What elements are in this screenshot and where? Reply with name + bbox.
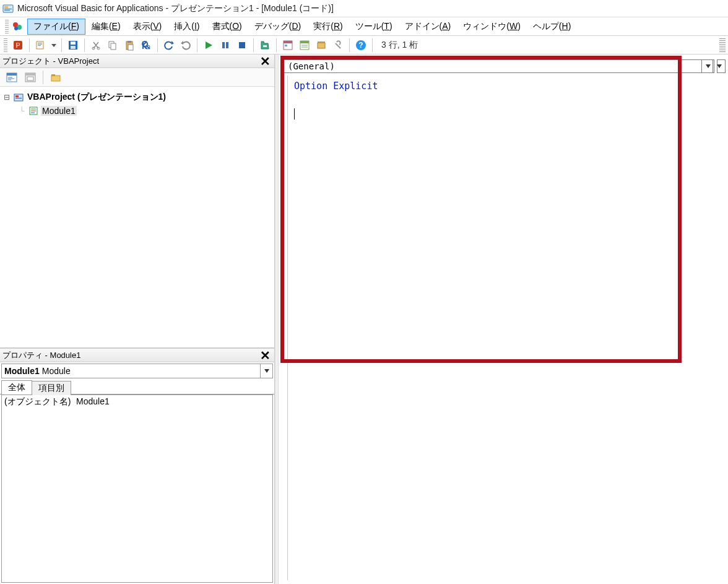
svg-rect-31: [226, 42, 228, 48]
view-object-button[interactable]: [22, 71, 38, 84]
redo-button[interactable]: [178, 38, 193, 53]
object-combo-value: (General): [288, 61, 335, 71]
properties-grid[interactable]: (オブジェクト名) Module1: [1, 394, 273, 583]
cursor-position-label: 3 行, 1 桁: [376, 40, 423, 51]
toolbar-overflow[interactable]: [719, 38, 726, 52]
view-code-button[interactable]: [4, 71, 20, 84]
svg-marker-63: [264, 369, 269, 373]
tree-project-root[interactable]: ⊟ VBAProject (プレゼンテーション1): [2, 90, 272, 104]
project-tree[interactable]: ⊟ VBAProject (プレゼンテーション1) └ Module1: [0, 87, 274, 347]
project-explorer-header: プロジェクト - VBAProject ✕: [0, 54, 274, 68]
menu-window[interactable]: ウィンドウ(W): [457, 19, 527, 35]
window-title: Microsoft Visual Basic for Applications …: [17, 3, 334, 14]
svg-rect-52: [25, 73, 35, 76]
tab-alphabetic[interactable]: 全体: [1, 380, 32, 394]
menu-view[interactable]: 表示(V): [127, 19, 168, 35]
save-button[interactable]: [66, 38, 80, 53]
combo-object-name: Module1: [4, 366, 40, 376]
code-line-1: Option Explicit: [294, 81, 378, 92]
svg-rect-12: [38, 45, 41, 46]
properties-object-combo[interactable]: Module1 Module: [1, 364, 273, 378]
project-explorer-button[interactable]: [280, 38, 295, 53]
svg-rect-32: [239, 42, 245, 48]
code-combo-row: (General): [284, 59, 726, 73]
object-combo[interactable]: (General): [284, 59, 714, 73]
view-powerpoint-button[interactable]: P: [11, 38, 25, 53]
property-name-cell: (オブジェクト名): [2, 395, 74, 409]
code-editor[interactable]: Option Explicit: [287, 76, 724, 580]
project-icon: [13, 92, 24, 103]
properties-title: プロパティ - Module1: [2, 350, 80, 361]
menu-debug[interactable]: デバッグ(D): [248, 19, 307, 35]
property-row[interactable]: (オブジェクト名) Module1: [2, 395, 272, 409]
undo-button[interactable]: [162, 38, 176, 53]
menu-help[interactable]: ヘルプ(H): [527, 19, 577, 35]
toggle-folders-button[interactable]: [48, 71, 64, 84]
toolbar-grip[interactable]: [4, 38, 7, 52]
tree-branch-icon: └: [17, 107, 26, 115]
combo-object-type: Module: [42, 366, 71, 376]
properties-close-button[interactable]: ✕: [258, 349, 272, 362]
svg-rect-37: [285, 45, 287, 46]
project-explorer-pane: プロジェクト - VBAProject ✕ ⊟ VBAProject (プレゼン…: [0, 54, 274, 349]
menubar-grip[interactable]: [5, 20, 9, 33]
tree-module-row[interactable]: └ Module1: [2, 104, 272, 118]
property-value-cell[interactable]: Module1: [74, 395, 272, 409]
toolbox-button[interactable]: [331, 38, 345, 53]
object-browser-button[interactable]: [314, 38, 329, 53]
svg-rect-57: [15, 95, 19, 97]
module-icon: [28, 105, 39, 116]
menu-insert[interactable]: 挿入(I): [168, 19, 206, 35]
find-button[interactable]: [139, 38, 154, 53]
svg-rect-36: [284, 41, 292, 43]
tree-collapse-icon[interactable]: ⊟: [2, 93, 11, 102]
chevron-down-icon[interactable]: [260, 364, 272, 378]
menu-run[interactable]: 実行(R): [307, 19, 349, 35]
cut-button[interactable]: [89, 38, 103, 53]
insert-module-button[interactable]: [33, 38, 48, 53]
copy-button[interactable]: [105, 38, 120, 53]
svg-marker-64: [706, 64, 711, 68]
svg-marker-27: [171, 41, 174, 45]
project-explorer-close-button[interactable]: ✕: [258, 54, 272, 68]
tree-module-label: Module1: [41, 106, 77, 116]
design-mode-button[interactable]: [258, 38, 272, 53]
svg-rect-2: [4, 9, 12, 9]
svg-rect-3: [4, 10, 10, 11]
help-button[interactable]: ?: [353, 38, 368, 53]
menu-format[interactable]: 書式(O): [206, 19, 248, 35]
project-explorer-title: プロジェクト - VBAProject: [2, 56, 99, 67]
project-explorer-toolbar: [0, 68, 274, 87]
run-button[interactable]: [201, 38, 216, 53]
properties-header: プロパティ - Module1 ✕: [0, 349, 274, 362]
vba-menu-icon: [11, 20, 24, 33]
svg-rect-11: [38, 44, 42, 45]
properties-window-button[interactable]: [297, 38, 312, 53]
svg-rect-30: [222, 42, 225, 48]
svg-marker-28: [181, 41, 183, 45]
menu-addins[interactable]: アドイン(A): [399, 19, 457, 35]
insert-dropdown[interactable]: [50, 43, 58, 48]
menu-file[interactable]: ファイル(F): [27, 19, 85, 35]
svg-rect-47: [7, 73, 17, 76]
reset-button[interactable]: [235, 38, 249, 53]
properties-pane: プロパティ - Module1 ✕ Module1 Module 全体 項目別 …: [0, 349, 274, 584]
break-button[interactable]: [218, 38, 233, 53]
svg-rect-53: [27, 77, 33, 81]
svg-marker-13: [51, 44, 56, 47]
svg-rect-15: [71, 41, 76, 45]
menu-edit[interactable]: 編集(E): [85, 19, 127, 35]
svg-rect-22: [128, 41, 131, 43]
chevron-down-icon[interactable]: [701, 60, 714, 72]
paste-button[interactable]: [122, 38, 137, 53]
menu-tools[interactable]: ツール(T): [349, 19, 399, 35]
chevron-down-icon[interactable]: [713, 60, 725, 72]
tab-categorized[interactable]: 項目別: [32, 381, 71, 395]
vba-app-icon: [2, 3, 14, 14]
procedure-combo[interactable]: [717, 59, 726, 73]
svg-text:?: ?: [358, 41, 363, 50]
code-area: (General) Option Explicit: [279, 54, 728, 584]
svg-point-6: [14, 27, 18, 30]
svg-marker-65: [717, 64, 722, 68]
svg-rect-58: [15, 98, 22, 98]
